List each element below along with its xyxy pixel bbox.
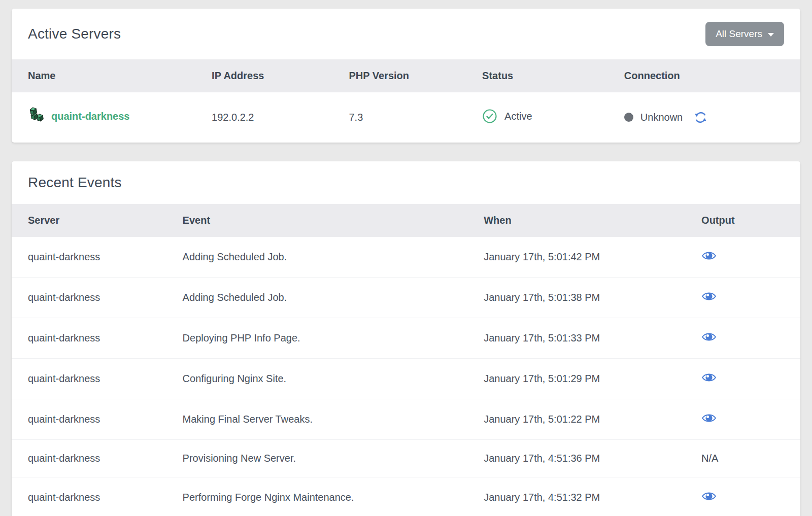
- col-status: Status: [466, 59, 608, 92]
- events-tbody: quaint-darkness Adding Scheduled Job. Ja…: [12, 237, 800, 516]
- event-row: quaint-darkness Performing Forge Nginx M…: [12, 477, 800, 516]
- col-ip-address: IP Address: [195, 59, 332, 92]
- event-name: Adding Scheduled Job.: [166, 278, 468, 318]
- event-output-cell: N/A: [685, 440, 800, 477]
- view-output-button[interactable]: [701, 290, 717, 302]
- event-output-cell: [685, 477, 800, 516]
- event-name: Making Final Server Tweaks.: [166, 399, 468, 440]
- event-name: Performing Forge Nginx Maintenance.: [166, 477, 468, 516]
- col-output: Output: [685, 204, 800, 237]
- view-output-button[interactable]: [701, 331, 717, 343]
- event-when: January 17th, 5:01:22 PM: [467, 399, 685, 440]
- server-status-label: Active: [504, 111, 532, 122]
- server-name-link[interactable]: quaint-darkness: [51, 111, 129, 122]
- all-servers-dropdown-label: All Servers: [716, 28, 762, 40]
- event-when: January 17th, 5:01:29 PM: [467, 359, 685, 399]
- server-status-cell: Active: [466, 92, 608, 143]
- event-server: quaint-darkness: [12, 477, 166, 516]
- active-servers-table: Name IP Address PHP Version Status Conne…: [12, 59, 800, 143]
- event-row: quaint-darkness Making Final Server Twea…: [12, 399, 800, 440]
- event-output-cell: [685, 359, 800, 399]
- server-row: quaint-darkness 192.0.2.2 7.3: [12, 92, 800, 143]
- eye-icon: [701, 490, 717, 502]
- refresh-icon: [694, 111, 707, 124]
- event-row: quaint-darkness Adding Scheduled Job. Ja…: [12, 237, 800, 278]
- recent-events-header: Recent Events: [12, 161, 800, 204]
- eye-icon: [701, 331, 717, 343]
- event-when: January 17th, 4:51:36 PM: [467, 440, 685, 477]
- eye-icon: [701, 290, 717, 302]
- dashboard-page: Active Servers All Servers Name IP Addre…: [0, 0, 812, 516]
- server-cubes-icon: [28, 107, 44, 126]
- event-when: January 17th, 4:51:32 PM: [467, 477, 685, 516]
- output-na: N/A: [701, 453, 718, 464]
- eye-icon: [701, 371, 717, 384]
- col-php-version: PHP Version: [332, 59, 466, 92]
- eye-icon: [701, 250, 717, 262]
- event-when: January 17th, 5:01:33 PM: [467, 318, 685, 359]
- col-event: Event: [166, 204, 468, 237]
- event-row: quaint-darkness Adding Scheduled Job. Ja…: [12, 278, 800, 318]
- event-row: quaint-darkness Configuring Nginx Site. …: [12, 359, 800, 399]
- recent-events-card: Recent Events Server Event When Output q…: [12, 161, 800, 516]
- refresh-connection-button[interactable]: [694, 111, 707, 124]
- server-php-cell: 7.3: [332, 92, 466, 143]
- view-output-button[interactable]: [701, 250, 717, 262]
- event-row: quaint-darkness Provisioning New Server.…: [12, 440, 800, 477]
- server-name-cell: quaint-darkness: [12, 92, 195, 143]
- event-output-cell: [685, 237, 800, 278]
- event-output-cell: [685, 399, 800, 440]
- event-server: quaint-darkness: [12, 278, 166, 318]
- event-when: January 17th, 5:01:42 PM: [467, 237, 685, 278]
- col-server: Server: [12, 204, 166, 237]
- active-servers-card: Active Servers All Servers Name IP Addre…: [12, 9, 800, 143]
- event-server: quaint-darkness: [12, 399, 166, 440]
- col-when: When: [467, 204, 685, 237]
- server-connection-cell: Unknown: [608, 92, 800, 143]
- event-output-cell: [685, 318, 800, 359]
- recent-events-table: Server Event When Output quaint-darkness…: [12, 204, 800, 516]
- event-server: quaint-darkness: [12, 359, 166, 399]
- server-connection-label: Unknown: [640, 112, 683, 123]
- event-server: quaint-darkness: [12, 237, 166, 278]
- event-server: quaint-darkness: [12, 318, 166, 359]
- event-name: Configuring Nginx Site.: [166, 359, 468, 399]
- event-name: Adding Scheduled Job.: [166, 237, 468, 278]
- active-servers-title: Active Servers: [28, 26, 121, 42]
- events-header-row: Server Event When Output: [12, 204, 800, 237]
- col-connection: Connection: [608, 59, 800, 92]
- server-ip-cell: 192.0.2.2: [195, 92, 332, 143]
- event-server: quaint-darkness: [12, 440, 166, 477]
- dot-icon: [624, 113, 633, 122]
- event-when: January 17th, 5:01:38 PM: [467, 278, 685, 318]
- event-row: quaint-darkness Deploying PHP Info Page.…: [12, 318, 800, 359]
- all-servers-dropdown[interactable]: All Servers: [705, 22, 784, 46]
- event-name: Provisioning New Server.: [166, 440, 468, 477]
- check-circle-icon: [482, 109, 497, 124]
- recent-events-title: Recent Events: [28, 175, 122, 191]
- view-output-button[interactable]: [701, 371, 717, 384]
- col-name: Name: [12, 59, 195, 92]
- caret-down-icon: [768, 33, 774, 37]
- event-output-cell: [685, 278, 800, 318]
- event-name: Deploying PHP Info Page.: [166, 318, 468, 359]
- eye-icon: [701, 412, 717, 424]
- view-output-button[interactable]: [701, 490, 717, 502]
- active-servers-header: Active Servers All Servers: [12, 9, 800, 59]
- view-output-button[interactable]: [701, 412, 717, 424]
- servers-header-row: Name IP Address PHP Version Status Conne…: [12, 59, 800, 92]
